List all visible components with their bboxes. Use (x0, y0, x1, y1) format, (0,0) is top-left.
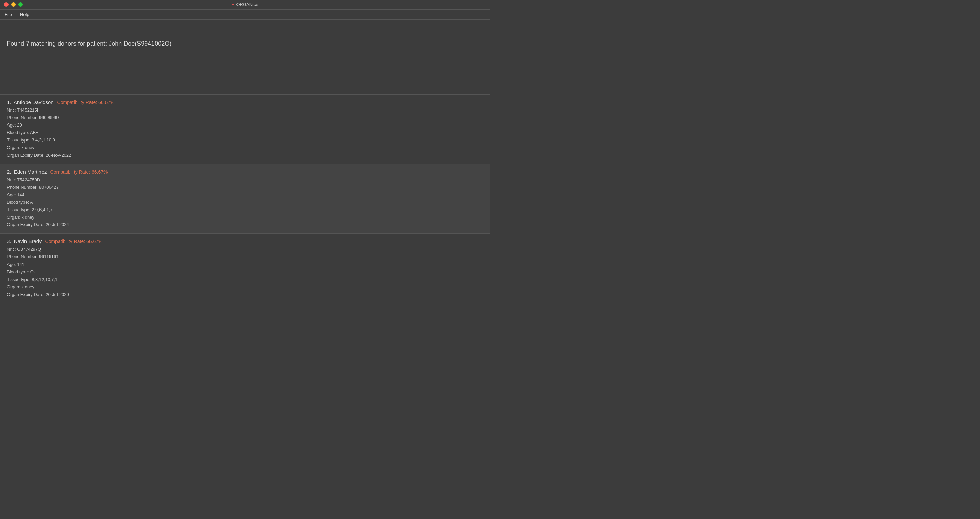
donor-number-name-3: 3. Navin Brady (7, 238, 42, 244)
donor-item-2[interactable]: 2. Eden Martinez Compatibility Rate: 66.… (0, 164, 490, 234)
toolbar (0, 20, 490, 33)
compatibility-1: Compatibility Rate: 66.67% (57, 100, 115, 105)
compatibility-2: Compatibility Rate: 66.67% (50, 169, 108, 175)
donor-expiry-2: Organ Expiry Date: 20-Jul-2024 (7, 221, 483, 229)
donor-age-3: Age: 141 (7, 261, 483, 268)
compatibility-3: Compatibility Rate: 66.67% (45, 239, 103, 244)
result-header: Found 7 matching donors for patient: Joh… (0, 33, 490, 95)
donor-phone-1: Phone Number: 99099999 (7, 114, 483, 121)
donor-detail-2: Nric: T5424750D Phone Number: 80706427 A… (7, 176, 483, 229)
traffic-lights (4, 2, 23, 7)
close-button[interactable] (4, 2, 8, 7)
donor-header-1: 1. Antiope Davidson Compatibility Rate: … (7, 99, 483, 105)
donor-nric-2: Nric: T5424750D (7, 176, 483, 184)
donor-nric-1: Nric: T4452215I (7, 106, 483, 114)
minimize-button[interactable] (11, 2, 16, 7)
donor-number-name-1: 1. Antiope Davidson (7, 99, 54, 105)
donor-age-1: Age: 20 (7, 121, 483, 129)
app-title: ♥ ORGANice (232, 2, 258, 7)
donor-blood-2: Blood type: A+ (7, 198, 483, 206)
donor-phone-2: Phone Number: 80706427 (7, 184, 483, 191)
donor-blood-1: Blood type: AB+ (7, 129, 483, 136)
menu-help[interactable]: Help (19, 11, 30, 18)
donor-header-2: 2. Eden Martinez Compatibility Rate: 66.… (7, 169, 483, 175)
donor-age-2: Age: 144 (7, 191, 483, 198)
donor-nric-3: Nric: G3774297Q (7, 246, 483, 253)
donor-detail-3: Nric: G3774297Q Phone Number: 96116161 A… (7, 246, 483, 298)
heart-icon: ♥ (232, 2, 234, 7)
app-title-text: ORGANice (236, 2, 258, 7)
result-text: Found 7 matching donors for patient: Joh… (7, 40, 172, 47)
maximize-button[interactable] (18, 2, 23, 7)
donor-expiry-1: Organ Expiry Date: 20-Nov-2022 (7, 152, 483, 159)
donor-expiry-3: Organ Expiry Date: 20-Jul-2020 (7, 291, 483, 298)
donor-tissue-3: Tissue type: 8,3,12,10,7,1 (7, 276, 483, 283)
donor-list: 1. Antiope Davidson Compatibility Rate: … (0, 95, 490, 303)
donor-organ-1: Organ: kidney (7, 144, 483, 151)
donor-item-1[interactable]: 1. Antiope Davidson Compatibility Rate: … (0, 95, 490, 164)
menu-file[interactable]: File (3, 11, 13, 18)
donor-detail-1: Nric: T4452215I Phone Number: 99099999 A… (7, 106, 483, 159)
donor-item-3[interactable]: 3. Navin Brady Compatibility Rate: 66.67… (0, 234, 490, 303)
donor-header-3: 3. Navin Brady Compatibility Rate: 66.67… (7, 238, 483, 244)
donor-blood-3: Blood type: O- (7, 268, 483, 276)
donor-organ-3: Organ: kidney (7, 283, 483, 291)
donor-number-name-2: 2. Eden Martinez (7, 169, 47, 175)
donor-phone-3: Phone Number: 96116161 (7, 253, 483, 260)
donor-organ-2: Organ: kidney (7, 214, 483, 221)
donor-tissue-1: Tissue type: 3,4,2,1,10,9 (7, 136, 483, 144)
donor-tissue-2: Tissue type: 2,9,6,4,1,7 (7, 206, 483, 214)
menu-bar: File Help (0, 10, 490, 20)
title-bar: ♥ ORGANice (0, 0, 490, 10)
